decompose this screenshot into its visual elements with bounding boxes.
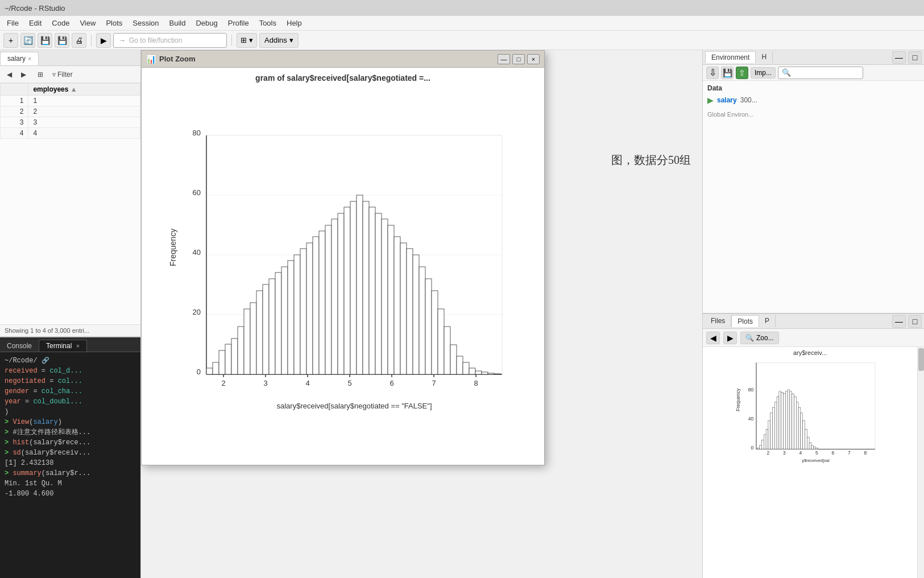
console-panel: Console Terminal × ~/Rcode/ 🔗 received =… xyxy=(0,336,140,579)
filter-label: Filter xyxy=(57,71,73,79)
svg-rect-67 xyxy=(457,356,463,374)
load-env-button[interactable]: ⇧ xyxy=(736,67,748,79)
menu-view[interactable]: View xyxy=(75,18,100,28)
svg-rect-63 xyxy=(432,291,438,374)
svg-rect-43 xyxy=(306,243,313,374)
files-minimize[interactable]: — xyxy=(892,315,906,328)
env-toolbar-buttons: ⇩ 💾 ⇧ Imp... xyxy=(706,67,776,79)
menu-file[interactable]: File xyxy=(2,18,23,28)
files-maximize[interactable]: □ xyxy=(908,315,922,328)
arrow-right-button[interactable]: ▶ xyxy=(96,33,111,48)
svg-text:4: 4 xyxy=(799,450,802,456)
svg-text:Frequency: Frequency xyxy=(735,388,740,411)
svg-text:80: 80 xyxy=(193,129,201,137)
console-tab[interactable]: Console xyxy=(0,340,39,352)
menu-session[interactable]: Session xyxy=(128,18,163,28)
scrollbar-thumb[interactable] xyxy=(918,348,924,371)
svg-rect-37 xyxy=(269,279,275,374)
nav-left-button[interactable]: ◀ xyxy=(3,69,15,80)
svg-rect-97 xyxy=(774,402,777,449)
nav-right-button[interactable]: ▶ xyxy=(18,69,30,80)
main-layout: salary × ◀ ▶ ⊞ ▿ Filter employees xyxy=(0,50,924,578)
middle-panel: 图，数据分50组 📊 Plot Zoom — □ × gram of salar… xyxy=(141,50,702,578)
left-sub-toolbar: ◀ ▶ ⊞ ▿ Filter xyxy=(0,66,140,83)
svg-text:4: 4 xyxy=(305,379,309,387)
svg-rect-94 xyxy=(768,420,770,449)
svg-rect-71 xyxy=(482,372,488,374)
global-env-label: Global Environ... xyxy=(707,110,919,118)
minimize-button[interactable]: — xyxy=(498,54,510,64)
svg-text:0: 0 xyxy=(751,445,753,451)
play-icon: ▶ xyxy=(707,96,714,105)
svg-rect-55 xyxy=(382,219,388,374)
menu-plots[interactable]: Plots xyxy=(101,18,127,28)
svg-text:5: 5 xyxy=(815,450,818,456)
svg-rect-111 xyxy=(805,429,807,449)
zoom-icon: 🔍 xyxy=(745,334,754,342)
plots-back-button[interactable]: ◀ xyxy=(706,332,720,344)
svg-rect-50 xyxy=(350,201,357,374)
col-employees[interactable]: employees ▲ xyxy=(28,84,140,96)
print-button[interactable]: 🖨 xyxy=(72,33,86,48)
menu-tools[interactable]: Tools xyxy=(255,18,281,28)
svg-rect-98 xyxy=(777,397,779,449)
svg-rect-57 xyxy=(394,237,400,374)
grid-button[interactable]: ⊞ ▾ xyxy=(237,33,257,48)
terminal-tab[interactable]: Terminal × xyxy=(39,340,87,352)
row-4-num: 4 xyxy=(1,128,28,139)
filter-button[interactable]: ▿ Filter xyxy=(49,69,76,80)
save-env-button[interactable]: 💾 xyxy=(721,67,734,79)
new-file-button[interactable]: + xyxy=(3,33,18,48)
open-file-button[interactable]: 🔄 xyxy=(20,33,35,48)
env-search[interactable]: 🔍 xyxy=(778,67,863,79)
plot-zoom-dialog[interactable]: 📊 Plot Zoom — □ × gram of salary$receive… xyxy=(141,50,545,465)
menu-build[interactable]: Build xyxy=(165,18,190,28)
files-tab[interactable]: Files xyxy=(705,315,731,327)
svg-rect-35 xyxy=(256,291,263,374)
env-minimize[interactable]: — xyxy=(892,51,906,64)
zoom-button[interactable]: 🔍 Zoo... xyxy=(740,332,779,344)
grid-arrow: ▾ xyxy=(249,36,253,44)
view-button[interactable]: ⊞ xyxy=(34,69,47,80)
import-button[interactable]: ⇩ xyxy=(706,67,719,79)
env-content: Data ▶ salary 300... Global Environ... xyxy=(703,81,924,313)
svg-rect-65 xyxy=(444,327,450,374)
menu-help[interactable]: Help xyxy=(282,18,306,28)
menu-code[interactable]: Code xyxy=(47,18,74,28)
env-maximize[interactable]: □ xyxy=(908,51,922,64)
save-all-button[interactable]: 💾 xyxy=(55,33,69,48)
salary-tab-close[interactable]: × xyxy=(28,55,31,62)
svg-rect-93 xyxy=(766,429,768,449)
svg-rect-113 xyxy=(809,443,811,449)
packages-tab[interactable]: P xyxy=(759,315,776,327)
svg-rect-101 xyxy=(783,394,785,449)
svg-rect-27 xyxy=(206,368,213,374)
environment-tab[interactable]: Environment xyxy=(705,51,756,63)
env-search-input[interactable] xyxy=(791,69,836,77)
addins-button[interactable]: Addins ▾ xyxy=(259,33,299,48)
history-tab[interactable]: H xyxy=(756,51,773,63)
svg-rect-91 xyxy=(761,440,764,449)
close-button[interactable]: × xyxy=(527,54,540,64)
console-content: ~/Rcode/ 🔗 received = col_d... negotiate… xyxy=(0,352,140,579)
svg-rect-47 xyxy=(332,219,338,374)
plots-forward-button[interactable]: ▶ xyxy=(723,332,737,344)
main-toolbar: + 🔄 💾 💾 🖨 ▶ → Go to file/function ⊞ ▾ Ad… xyxy=(0,31,924,50)
goto-box[interactable]: → Go to file/function xyxy=(113,33,227,48)
thumbnail-content: ary$receiv... 0 40 80 Frequency 2 3 xyxy=(703,347,917,578)
salary-tab[interactable]: salary × xyxy=(0,52,39,65)
import-dataset-button[interactable]: Imp... xyxy=(751,67,776,79)
terminal-close[interactable]: × xyxy=(76,342,80,349)
svg-rect-92 xyxy=(764,435,766,449)
menu-profile[interactable]: Profile xyxy=(223,18,254,28)
console-line-4: year = col_doubl... xyxy=(5,397,136,407)
zoom-label: Zoo... xyxy=(756,334,774,342)
menu-edit[interactable]: Edit xyxy=(24,18,46,28)
save-button[interactable]: 💾 xyxy=(38,33,52,48)
menu-debug[interactable]: Debug xyxy=(191,18,222,28)
svg-rect-104 xyxy=(789,391,792,449)
console-tab-bar: Console Terminal × xyxy=(0,337,140,352)
maximize-button[interactable]: □ xyxy=(512,54,525,64)
plots-tab[interactable]: Plots xyxy=(731,315,759,327)
env-salary-item[interactable]: ▶ salary 300... xyxy=(707,94,919,106)
